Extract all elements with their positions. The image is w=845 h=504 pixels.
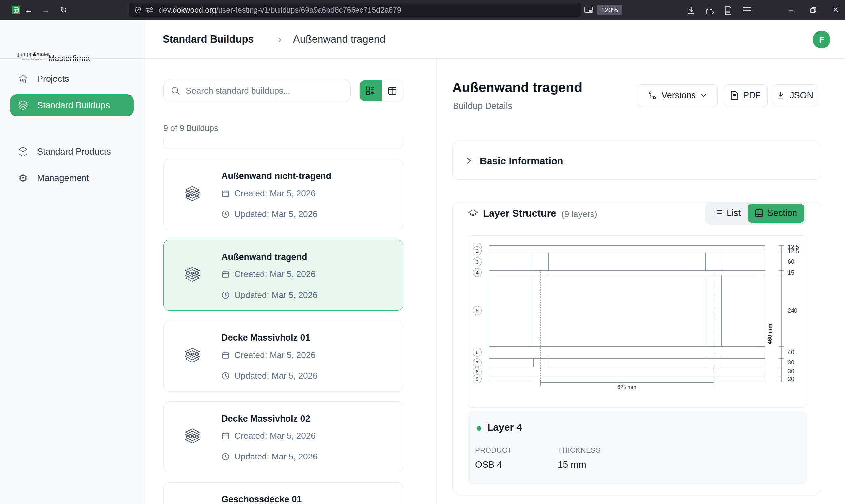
buildup-card[interactable]: Decke Massivholz 01 Created: Mar 5, 2026… — [163, 321, 403, 392]
sidebar-item-projects[interactable]: Projects — [10, 70, 134, 88]
partial-card-top[interactable] — [163, 139, 403, 149]
dim-label: 240 — [788, 307, 797, 314]
clock-icon — [222, 452, 230, 461]
layer-circle-6[interactable]: 6 — [473, 348, 481, 357]
versions-button[interactable]: Versions — [637, 85, 718, 106]
page-tools-icon[interactable] — [723, 5, 734, 16]
browser-toolbar: ← → ↻ dev.dokwood.org/user-testing-v1/bu… — [0, 0, 845, 20]
zoom-level-badge[interactable]: 120% — [597, 5, 622, 15]
downloads-icon[interactable] — [686, 5, 697, 16]
stud — [532, 275, 549, 346]
search-icon — [171, 86, 180, 95]
layer-circle-3[interactable]: 3 — [473, 257, 481, 266]
table-view-button[interactable] — [382, 80, 403, 101]
buildups-count: 9 of 9 Buildups — [163, 123, 218, 133]
dim-label: 30 — [788, 368, 794, 375]
stud — [706, 358, 720, 367]
branch-icon — [648, 91, 656, 100]
grid-icon — [755, 209, 763, 217]
breadcrumb-section[interactable]: Standard Buildups — [163, 33, 254, 45]
stud — [705, 253, 722, 270]
calendar-icon — [222, 432, 230, 440]
pdf-button[interactable]: PDF — [724, 85, 768, 106]
dim-label: 60 — [788, 258, 794, 265]
card-title: Außenwand nicht-tragend — [222, 171, 331, 181]
list-view-tab[interactable]: List — [707, 204, 747, 223]
stud — [705, 275, 722, 346]
layers-icon — [184, 348, 201, 364]
card-title: Geschossdecke 01 — [222, 494, 302, 504]
product-value: OSB 4 — [475, 460, 502, 470]
header-divider — [0, 58, 845, 59]
cards-view-button[interactable] — [360, 80, 382, 101]
shield-icon[interactable] — [134, 6, 142, 14]
layer-circle-4[interactable]: 4 — [473, 268, 481, 277]
card-updated: Updated: Mar 5, 2026 — [222, 452, 318, 462]
menu-hamburger-icon[interactable] — [741, 5, 752, 16]
layer-circle-5[interactable]: 5 — [473, 306, 481, 315]
search-box — [163, 79, 351, 102]
breadcrumb-separator-icon: › — [278, 34, 281, 44]
window-close-button[interactable]: ✕ — [830, 4, 842, 16]
stud — [532, 253, 549, 270]
calendar-icon — [222, 270, 230, 278]
user-avatar[interactable]: F — [813, 31, 830, 49]
layers-icon — [184, 267, 201, 283]
sidebar: gumpp&maier lösungen aus holz Musterfirm… — [0, 20, 144, 504]
layer-circle-9[interactable]: 9 — [473, 374, 481, 383]
layers-icon — [184, 429, 201, 445]
sidebar-item-label: Projects — [37, 74, 69, 84]
extensions-puzzle-icon[interactable] — [704, 5, 715, 16]
search-input[interactable] — [186, 86, 343, 96]
card-updated: Updated: Mar 5, 2026 — [222, 371, 318, 381]
panel-divider — [436, 59, 437, 504]
basic-information-section[interactable]: Basic Information — [452, 142, 821, 180]
cube-icon — [18, 146, 29, 157]
layer-circle-7[interactable]: 7 — [473, 358, 481, 367]
url-bar[interactable]: dev.dokwood.org/user-testing-v1/buildups… — [129, 3, 581, 17]
stud-axis — [714, 270, 714, 386]
card-updated: Updated: Mar 5, 2026 — [222, 290, 318, 300]
buildup-card[interactable]: Außenwand nicht-tragend Created: Mar 5, … — [163, 159, 403, 230]
buildup-card-selected[interactable]: Außenwand tragend Created: Mar 5, 2026 U… — [163, 240, 403, 311]
chevron-right-icon — [466, 155, 472, 166]
selected-layer-panel: Layer 4 PRODUCT OSB 4 THICKNESS 15 mm — [468, 411, 806, 484]
download-icon — [777, 91, 785, 99]
layer-circle-2[interactable]: 2 — [473, 246, 481, 255]
file-icon — [731, 91, 738, 100]
thickness-value: 15 mm — [558, 460, 586, 470]
section-outline — [489, 246, 765, 382]
extension-icon[interactable] — [12, 6, 20, 14]
buildup-card[interactable]: Geschossdecke 01 — [163, 482, 403, 504]
breadcrumb-current: Außenwand tragend — [293, 33, 385, 45]
buildup-card[interactable]: Decke Massivholz 02 Created: Mar 5, 2026… — [163, 401, 403, 472]
list-view-toggle — [359, 80, 403, 101]
clock-icon — [222, 372, 230, 380]
basic-information-label: Basic Information — [480, 155, 563, 166]
dim-label: 12.5 — [788, 248, 799, 255]
layer-structure-section: Layer Structure (9 layers) List Section … — [452, 202, 821, 494]
section-view-tab[interactable]: Section — [747, 204, 805, 223]
forward-button[interactable]: → — [40, 4, 52, 16]
card-title: Decke Massivholz 01 — [222, 333, 310, 343]
json-button[interactable]: JSON — [773, 85, 817, 106]
window-restore-button[interactable] — [807, 4, 819, 16]
company-logo: gumpp&maier lösungen aus holz — [17, 52, 46, 61]
app-window: ← → ↻ dev.dokwood.org/user-testing-v1/bu… — [0, 0, 845, 504]
dim-label: 40 — [788, 349, 794, 356]
list-section-toggle: List Section — [705, 202, 806, 224]
sidebar-item-management[interactable]: ⚙ Management — [10, 169, 134, 187]
permissions-icon[interactable] — [145, 6, 154, 13]
back-button[interactable]: ← — [23, 4, 34, 16]
card-created: Created: Mar 5, 2026 — [222, 431, 316, 441]
layer-diamond-icon — [468, 209, 478, 219]
window-minimize-button[interactable]: – — [785, 4, 797, 16]
pip-icon[interactable] — [584, 5, 594, 15]
thickness-label: THICKNESS — [558, 446, 601, 454]
reload-button[interactable]: ↻ — [58, 4, 69, 16]
sidebar-item-label: Standard Buildups — [37, 100, 110, 110]
sidebar-item-standard-products[interactable]: Standard Products — [10, 143, 134, 161]
total-height-label: 460 mm — [767, 300, 773, 344]
clock-icon — [222, 210, 230, 218]
sidebar-item-standard-buildups[interactable]: Standard Buildups — [10, 94, 134, 116]
